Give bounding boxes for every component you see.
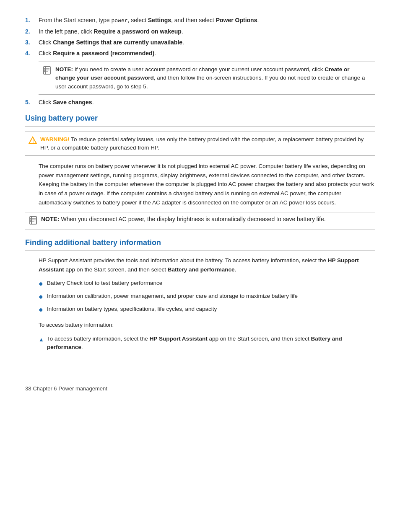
svg-text:!: ! (32, 139, 34, 144)
step-5-content: Click Save changes. (39, 99, 375, 106)
step-5-bold: Save changes (53, 99, 92, 106)
bullet-text-1: Battery Check tool to test battery perfo… (47, 279, 162, 287)
battery-section-divider (25, 126, 375, 127)
step-1: 1. From the Start screen, type power, se… (25, 17, 375, 24)
warning-battery-text: To reduce potential safety issues, use o… (40, 136, 364, 151)
section-finding-heading: Finding additional battery information (25, 238, 375, 247)
footer-chapter-label: Chapter 6 (33, 385, 57, 392)
finding-intro: HP Support Assistant provides the tools … (39, 256, 375, 274)
page-footer: 38 Chapter 6 Power management (25, 385, 375, 392)
bullet-dot-2: ● (39, 291, 47, 302)
bullet-dot-1: ● (39, 278, 47, 289)
finding-section-divider (25, 251, 375, 251)
bullet-dot-3: ● (39, 304, 47, 315)
step5-list: 5. Click Save changes. (25, 99, 375, 106)
step-3-number: 3. (25, 39, 39, 46)
bullet-text-2: Information on calibration, power manage… (47, 292, 298, 300)
step-1-bold2: Power Options (216, 17, 257, 23)
footer-chapter-title: Power management (59, 385, 107, 392)
step-3-content: Click Change Settings that are currently… (39, 39, 375, 46)
step-5-number: 5. (25, 99, 39, 106)
triangle-text-1: To access battery information, select th… (47, 335, 375, 352)
note-ac-power-icon (29, 216, 38, 226)
step-3: 3. Click Change Settings that are curren… (25, 39, 375, 46)
battery-body-text: The computer runs on battery power whene… (39, 162, 375, 207)
step-4-bold: Require a password (recommended) (53, 50, 154, 57)
bullet-item-1: ● Battery Check tool to test battery per… (39, 279, 375, 289)
note-icon (42, 65, 52, 75)
warning-battery-label: WARNING! (40, 136, 70, 142)
step-1-code: power (112, 18, 128, 24)
bullet-item-2: ● Information on calibration, power mana… (39, 292, 375, 302)
step-4-number: 4. (25, 50, 39, 57)
warning-battery-content: WARNING! To reduce potential safety issu… (40, 135, 370, 152)
step-5: 5. Click Save changes. (25, 99, 375, 106)
footer-chapter: 38 Chapter 6 Power management (25, 385, 375, 392)
initial-steps-list: 1. From the Start screen, type power, se… (25, 17, 375, 57)
note-password-text1: If you need to create a user account pas… (75, 66, 325, 72)
footer-page-num: 38 (25, 385, 31, 392)
triangle-bold1: HP Support Assistant (150, 336, 208, 342)
finding-bold2: Battery and performance (168, 266, 235, 273)
warning-triangle-icon: ! (29, 136, 37, 146)
triangle-item-1: ▲ To access battery information, select … (39, 335, 375, 352)
access-label: To access battery information: (39, 320, 375, 330)
triangle-arrow-icon: ▲ (39, 336, 47, 344)
bullet-text-3: Information on battery types, specificat… (47, 305, 217, 313)
step-1-content: From the Start screen, type power, selec… (39, 17, 375, 24)
step-3-bold: Change Settings that are currently unava… (53, 39, 182, 46)
bullet-item-3: ● Information on battery types, specific… (39, 305, 375, 315)
note-ac-power-content: NOTE: When you disconnect AC power, the … (41, 216, 326, 222)
battery-bullet-list: ● Battery Check tool to test battery per… (39, 279, 375, 315)
step-4: 4. Click Require a password (recommended… (25, 50, 375, 57)
section-battery-heading: Using battery power (25, 114, 375, 123)
step-2-number: 2. (25, 28, 39, 35)
step-1-number: 1. (25, 17, 39, 23)
note-password-label: NOTE: (55, 66, 73, 72)
step-2-content: In the left pane, click Require a passwo… (39, 28, 375, 35)
triangle-list: ▲ To access battery information, select … (39, 335, 375, 352)
step-1-bold1: Settings (148, 17, 171, 23)
note-ac-power-label: NOTE: (41, 216, 60, 222)
step-2-bold: Require a password on wakeup (94, 28, 182, 35)
note-box-password: NOTE: If you need to create a user accou… (39, 62, 375, 95)
note-password-content: NOTE: If you need to create a user accou… (55, 65, 370, 91)
step-2: 2. In the left pane, click Require a pas… (25, 28, 375, 35)
note-ac-power-text: When you disconnect AC power, the displa… (61, 216, 325, 222)
note-box-ac-power: NOTE: When you disconnect AC power, the … (25, 212, 375, 230)
warning-box-battery: ! WARNING! To reduce potential safety is… (25, 132, 375, 156)
step-4-content: Click Require a password (recommended). (39, 50, 375, 57)
